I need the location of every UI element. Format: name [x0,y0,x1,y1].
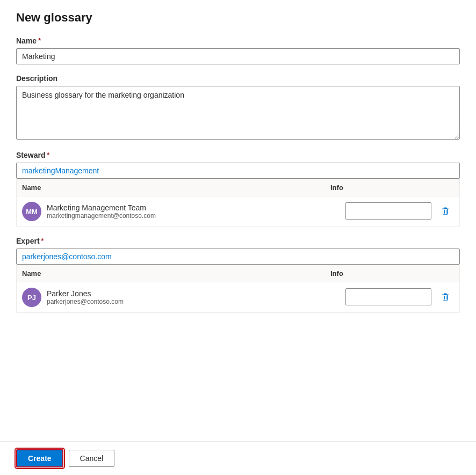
expert-info-wrap-0 [345,288,431,307]
expert-input[interactable] [16,249,460,265]
expert-table-header: Name Info [17,265,459,282]
new-glossary-form: New glossary Name * Description Business… [0,0,476,382]
expert-person-email-0: parkerjones@contoso.com [47,298,345,305]
expert-col-info: Info [330,269,427,277]
expert-row-0: PJ Parker Jones parkerjones@contoso.com [17,282,459,312]
expert-field-group: Expert * Name Info PJ Parker Jones pa [16,237,460,313]
expert-col-name: Name [22,269,330,277]
name-input[interactable] [16,48,460,64]
expert-person-info-0: Parker Jones parkerjones@contoso.com [47,289,345,305]
expert-required-star: * [41,237,44,245]
name-field-group: Name * [16,36,460,64]
steward-field-group: Steward * Name Info MM Marketing Managem… [16,151,460,227]
description-input[interactable]: Business glossary for the marketing orga… [16,86,460,140]
expert-person-name-0: Parker Jones [47,289,345,298]
expert-avatar-0: PJ [22,288,41,307]
expert-info-input-0[interactable] [345,288,431,305]
steward-input[interactable] [16,163,460,179]
footer-bar: Create Cancel [0,441,476,475]
steward-table-header: Name Info [17,179,459,196]
expert-col-action [427,269,454,277]
steward-table: Name Info MM Marketing Management Team m… [16,179,460,227]
steward-required-star: * [47,151,49,159]
cancel-button[interactable]: Cancel [69,450,115,467]
steward-avatar-0: MM [22,202,41,221]
steward-row-0: MM Marketing Management Team marketingma… [17,196,459,226]
steward-col-info: Info [330,184,427,192]
description-field-group: Description Business glossary for the ma… [16,74,460,141]
page-title: New glossary [16,11,460,25]
steward-delete-button-0[interactable] [437,203,454,220]
steward-info-wrap-0 [345,202,431,221]
steward-person-email-0: marketingmanagement@contoso.com [47,212,345,220]
steward-info-input-0[interactable] [345,202,431,220]
name-label: Name * [16,36,460,45]
expert-delete-button-0[interactable] [437,289,454,306]
name-required-star: * [38,37,41,45]
description-label: Description [16,74,460,83]
expert-table: Name Info PJ Parker Jones parkerjones@co… [16,265,460,313]
steward-col-action [427,184,454,192]
steward-person-name-0: Marketing Management Team [47,203,345,212]
steward-label: Steward * [16,151,460,159]
steward-col-name: Name [22,184,330,192]
expert-label: Expert * [16,237,460,245]
create-button[interactable]: Create [16,449,63,467]
steward-person-info-0: Marketing Management Team marketingmanag… [47,203,345,220]
